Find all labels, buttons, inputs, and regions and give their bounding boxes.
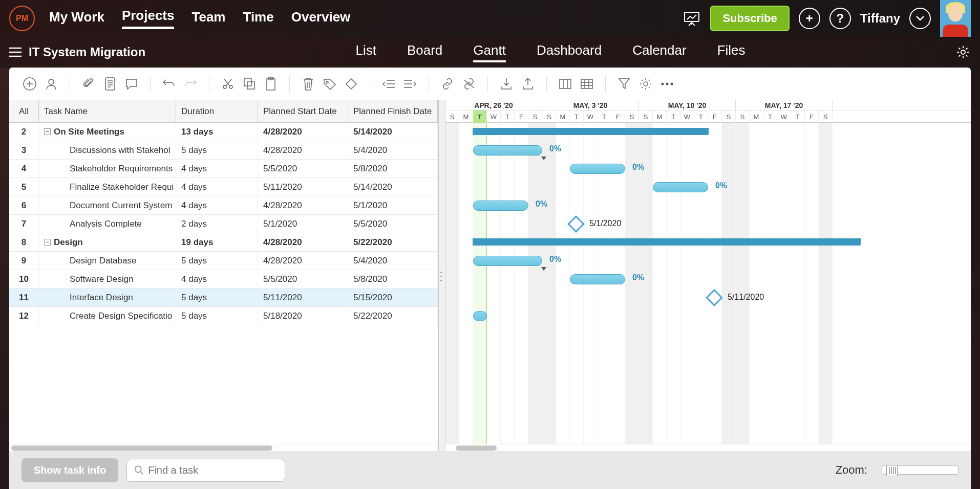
copy-icon[interactable] <box>241 76 258 92</box>
gantt-row[interactable]: 0% <box>445 141 971 160</box>
tab-board[interactable]: Board <box>407 42 442 62</box>
gantt-day-header: T <box>791 110 805 123</box>
gantt-summary-bar[interactable] <box>473 238 860 246</box>
notes-icon[interactable] <box>102 76 118 92</box>
unlink-icon[interactable] <box>461 76 477 92</box>
col-header-name[interactable]: Task Name <box>39 100 176 122</box>
gantt-row[interactable]: 0% <box>445 270 971 288</box>
table-row[interactable]: 5Finalize Stakeholder Requi4 days5/11/20… <box>9 178 438 196</box>
gantt-day-header: S <box>722 110 736 123</box>
nav-overview[interactable]: Overview <box>291 9 351 28</box>
svg-point-15 <box>662 82 664 85</box>
gantt-summary-bar[interactable] <box>473 128 708 135</box>
gantt-task-bar[interactable] <box>473 145 542 155</box>
top-nav: PM My Work Projects Team Time Overview S… <box>0 0 980 37</box>
table-row[interactable]: 2−On Site Meetings13 days4/28/20205/14/2… <box>9 123 438 141</box>
comment-icon[interactable] <box>123 76 140 92</box>
col-header-num[interactable]: All <box>9 100 39 122</box>
col-header-duration[interactable]: Duration <box>176 100 258 122</box>
undo-icon[interactable] <box>161 76 177 92</box>
user-menu-chevron[interactable] <box>909 8 931 29</box>
svg-point-17 <box>671 82 673 85</box>
gantt-row[interactable] <box>445 307 971 325</box>
grid-icon[interactable] <box>579 76 595 92</box>
table-row[interactable]: 3Discussions with Stakehol5 days4/28/202… <box>9 141 438 160</box>
gantt-milestone[interactable] <box>706 289 723 306</box>
nav-time[interactable]: Time <box>243 9 273 28</box>
presentation-icon[interactable] <box>683 9 701 28</box>
gantt-row[interactable]: 0% <box>445 252 971 270</box>
table-row[interactable]: 8−Design19 days4/28/20205/22/2020 <box>9 233 438 252</box>
collapse-icon[interactable]: − <box>44 128 51 135</box>
add-circle-icon[interactable] <box>22 76 38 92</box>
cut-icon[interactable] <box>220 76 236 92</box>
gantt-h-scrollbar[interactable] <box>445 444 971 451</box>
zoom-slider[interactable] <box>882 465 958 475</box>
delete-icon[interactable] <box>300 76 316 92</box>
columns-icon[interactable] <box>557 76 573 92</box>
avatar[interactable] <box>940 0 971 37</box>
import-icon[interactable] <box>498 76 515 92</box>
filter-icon[interactable] <box>616 76 632 92</box>
col-header-start[interactable]: Planned Start Date <box>258 100 348 122</box>
tab-files[interactable]: Files <box>717 42 745 62</box>
add-button[interactable]: + <box>799 8 820 29</box>
export-icon[interactable] <box>520 76 536 92</box>
gantt-task-bar[interactable] <box>570 274 625 284</box>
gear-icon[interactable] <box>637 76 654 92</box>
toolbar <box>9 68 971 100</box>
gantt-row[interactable]: 5/1/2020 <box>445 215 971 233</box>
nav-projects[interactable]: Projects <box>122 8 175 29</box>
gantt-milestone[interactable] <box>567 215 585 233</box>
nav-mywork[interactable]: My Work <box>49 9 104 28</box>
tab-dashboard[interactable]: Dashboard <box>537 42 602 62</box>
col-header-finish[interactable]: Planned Finish Date <box>348 100 438 122</box>
redo-icon[interactable] <box>182 76 199 92</box>
table-row[interactable]: 11Interface Design5 days5/11/20205/15/20… <box>9 288 438 307</box>
gantt-row[interactable]: 0% <box>445 178 971 196</box>
more-icon[interactable] <box>659 76 675 92</box>
gantt-task-bar[interactable] <box>473 201 528 211</box>
table-row[interactable]: 9Design Database5 days4/28/20205/4/2020 <box>9 252 438 270</box>
person-icon[interactable] <box>43 76 59 92</box>
gantt-row[interactable] <box>445 233 971 252</box>
milestone-icon[interactable] <box>343 76 359 92</box>
gantt-task-bar[interactable] <box>653 182 708 192</box>
gantt-day-header: F <box>515 110 528 123</box>
link-icon[interactable] <box>439 76 456 92</box>
task-search[interactable] <box>126 459 285 482</box>
search-input[interactable] <box>148 464 278 476</box>
gantt-task-bar[interactable] <box>473 256 542 266</box>
help-button[interactable]: ? <box>829 8 851 29</box>
gantt-task-bar[interactable] <box>570 164 625 174</box>
table-row[interactable]: 10Software Design4 days5/5/20205/8/2020 <box>9 270 438 288</box>
pane-splitter[interactable] <box>438 100 445 451</box>
gantt-row[interactable] <box>445 123 971 141</box>
hamburger-icon[interactable] <box>9 47 22 57</box>
subscribe-button[interactable]: Subscribe <box>710 6 789 31</box>
tab-gantt[interactable]: Gantt <box>473 42 506 62</box>
gantt-row[interactable]: 0% <box>445 160 971 178</box>
indent-icon[interactable] <box>402 76 418 92</box>
show-task-info-button[interactable]: Show task info <box>22 458 118 482</box>
tag-icon[interactable] <box>322 76 338 92</box>
paste-icon[interactable] <box>263 76 279 92</box>
gantt-row[interactable]: 0% <box>445 196 971 215</box>
gantt-task-bar[interactable] <box>473 311 487 321</box>
collapse-icon[interactable]: − <box>44 239 51 246</box>
app-logo[interactable]: PM <box>9 6 35 31</box>
outdent-icon[interactable] <box>380 76 397 92</box>
attachment-icon[interactable] <box>80 76 97 92</box>
table-row[interactable]: 7Analysis Complete2 days5/1/20205/5/2020 <box>9 215 438 233</box>
gantt-row[interactable]: 5/11/2020 <box>445 288 971 307</box>
table-h-scrollbar[interactable] <box>9 444 438 451</box>
nav-team[interactable]: Team <box>191 9 225 28</box>
tab-list[interactable]: List <box>355 42 376 62</box>
gantt-progress-label: 0% <box>536 199 547 209</box>
tab-calendar[interactable]: Calendar <box>632 42 687 62</box>
settings-gear-icon[interactable] <box>955 45 971 60</box>
table-row[interactable]: 6Document Current System4 days4/28/20205… <box>9 196 438 215</box>
table-row[interactable]: 4Stakeholder Requirements4 days5/5/20205… <box>9 160 438 178</box>
gantt-day-header: W <box>680 110 694 123</box>
table-row[interactable]: 12Create Design Specificatio5 days5/18/2… <box>9 307 438 325</box>
